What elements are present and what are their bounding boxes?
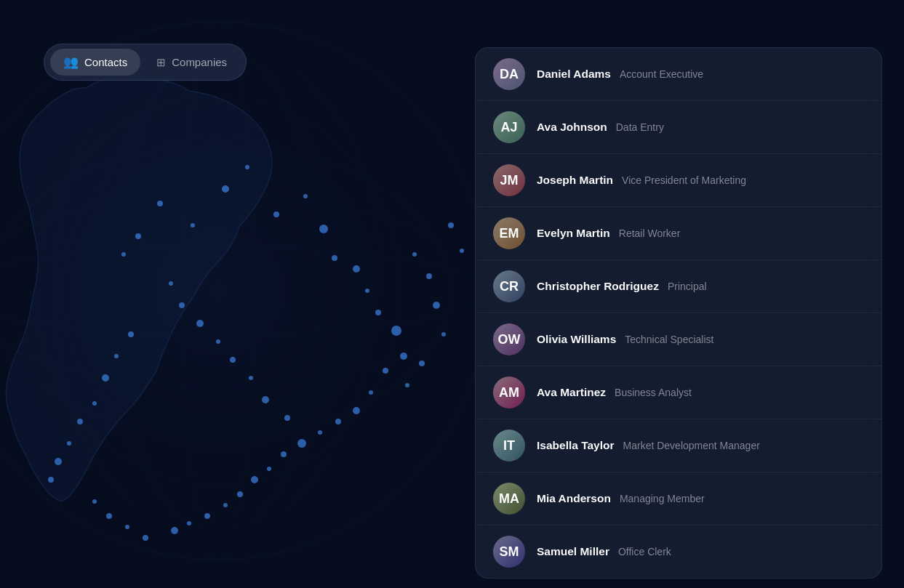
avatar: OW: [493, 323, 525, 355]
contact-info: Joseph MartinVice President of Marketing: [537, 174, 746, 187]
contact-role: Data Entry: [616, 121, 664, 133]
contact-role: Market Development Manager: [623, 440, 760, 451]
contact-row[interactable]: EMEvelyn MartinRetail Worker: [476, 207, 881, 260]
contact-name: Samuel Miller: [537, 545, 609, 558]
contact-row[interactable]: AJAva JohnsonData Entry: [476, 101, 881, 154]
avatar: AJ: [493, 111, 525, 143]
contact-info: Christopher RodriguezPrincipal: [537, 280, 707, 293]
contact-role: Business Analyst: [615, 387, 692, 398]
contact-row[interactable]: DADaniel AdamsAccount Executive: [476, 48, 881, 101]
contact-name: Isabella Taylor: [537, 439, 615, 452]
contacts-tab[interactable]: 👥 Contacts: [50, 49, 140, 76]
top-nav: 👥 Contacts ⊞ Companies: [44, 44, 247, 81]
contact-row[interactable]: SMSamuel MillerOffice Clerk: [476, 525, 881, 578]
contact-row[interactable]: AMAva MartinezBusiness Analyst: [476, 366, 881, 419]
contact-name: Evelyn Martin: [537, 227, 610, 240]
contact-name: Ava Martinez: [537, 386, 606, 399]
contact-role: Office Clerk: [618, 546, 671, 557]
contact-role: Managing Member: [620, 493, 705, 504]
contact-info: Daniel AdamsAccount Executive: [537, 68, 703, 81]
contact-info: Samuel MillerOffice Clerk: [537, 545, 671, 558]
contact-role: Retail Worker: [619, 227, 681, 239]
contact-name: Mia Anderson: [537, 492, 611, 505]
avatar: AM: [493, 376, 525, 408]
contact-name: Olivia Williams: [537, 333, 616, 346]
contact-info: Ava JohnsonData Entry: [537, 121, 664, 134]
contact-role: Principal: [668, 281, 707, 292]
contact-row[interactable]: MAMia AndersonManaging Member: [476, 472, 881, 525]
contact-name: Christopher Rodriguez: [537, 280, 659, 293]
contact-row[interactable]: OWOlivia WilliamsTechnical Specialist: [476, 313, 881, 366]
contact-info: Mia AndersonManaging Member: [537, 492, 705, 505]
avatar: JM: [493, 164, 525, 196]
contacts-panel: DADaniel AdamsAccount ExecutiveAJAva Joh…: [475, 47, 882, 579]
contact-name: Joseph Martin: [537, 174, 613, 187]
avatar: EM: [493, 217, 525, 249]
contact-role: Vice President of Marketing: [622, 174, 746, 186]
contact-name: Ava Johnson: [537, 121, 607, 134]
contact-info: Isabella TaylorMarket Development Manage…: [537, 439, 760, 452]
contact-role: Account Executive: [620, 68, 703, 80]
contact-row[interactable]: ITIsabella TaylorMarket Development Mana…: [476, 419, 881, 472]
companies-icon: ⊞: [156, 56, 166, 69]
contact-role: Technical Specialist: [625, 334, 713, 345]
contact-name: Daniel Adams: [537, 68, 611, 81]
companies-label: Companies: [172, 56, 227, 68]
contact-info: Ava MartinezBusiness Analyst: [537, 386, 692, 399]
avatar: SM: [493, 536, 525, 568]
contacts-icon: 👥: [63, 55, 79, 70]
avatar: CR: [493, 270, 525, 302]
avatar: IT: [493, 430, 525, 462]
contact-info: Olivia WilliamsTechnical Specialist: [537, 333, 713, 346]
contact-row[interactable]: CRChristopher RodriguezPrincipal: [476, 260, 881, 313]
companies-tab[interactable]: ⊞ Companies: [143, 50, 240, 75]
contact-row[interactable]: JMJoseph MartinVice President of Marketi…: [476, 154, 881, 207]
contact-info: Evelyn MartinRetail Worker: [537, 227, 680, 240]
avatar: DA: [493, 58, 525, 90]
contacts-label: Contacts: [84, 56, 127, 68]
avatar: MA: [493, 483, 525, 515]
